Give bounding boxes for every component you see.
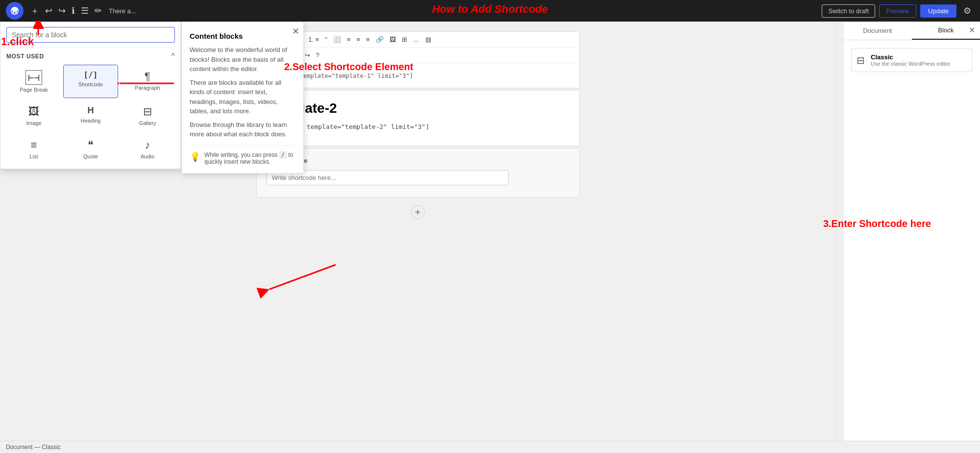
- list-view-btn[interactable]: ☰: [78, 2, 92, 19]
- audio-icon: ♪: [145, 139, 150, 151]
- page-break-icon: ⊢⊣: [25, 70, 42, 85]
- block-item-shortcode[interactable]: [/] Shortcode: [63, 65, 118, 98]
- undo-btn[interactable]: ↩: [42, 2, 55, 19]
- edit-btn[interactable]: ✏: [92, 2, 105, 19]
- editor-scrollbar[interactable]: [835, 22, 843, 453]
- shortcode-block[interactable]: [/] Shortcode: [256, 148, 580, 198]
- lightbulb-icon: 💡: [190, 151, 200, 162]
- top-toolbar: ＋ ↩ ↪ ℹ ☰ ✏ There a... How to Add Shortc…: [0, 0, 980, 22]
- content-blocks-para1: Welcome to the wonderful world of blocks…: [190, 45, 295, 74]
- block-item-list[interactable]: ≡ List: [6, 133, 61, 165]
- sidebar-close-btn[interactable]: ✕: [969, 25, 975, 35]
- classic-name: Classic: [871, 53, 951, 61]
- content-blocks-para2: There are blocks available for all kinds…: [190, 78, 295, 116]
- block-item-audio[interactable]: ♪ Audio: [120, 133, 175, 165]
- block-label-gallery: Gallery: [139, 120, 156, 126]
- arrow-step3: [240, 260, 338, 299]
- svg-line-2: [270, 265, 336, 289]
- tip-text: While writing, you can press / to quickl…: [204, 151, 295, 165]
- block-item-quote[interactable]: ❝ Quote: [63, 133, 118, 165]
- update-btn[interactable]: Update: [920, 4, 956, 18]
- content-blocks-title: Content blocks: [190, 32, 295, 40]
- most-used-section: Most used ^ ⊢⊣ Page Break [/] Shortcode …: [0, 48, 181, 169]
- status-bar: Document — Classic: [0, 441, 980, 453]
- block-item-gallery[interactable]: ⊟ Gallery: [120, 100, 175, 131]
- format-blockquote[interactable]: ": [322, 34, 330, 45]
- content-blocks-para3: Browse through the library to learn more…: [190, 120, 295, 139]
- template-title: template-2: [269, 101, 567, 116]
- gallery-icon: ⊟: [143, 105, 152, 118]
- block-label-quote: Quote: [83, 153, 98, 159]
- block-item-page-break[interactable]: ⊢⊣ Page Break: [6, 65, 61, 98]
- block-label-page-break: Page Break: [20, 87, 48, 93]
- classic-block-info: Classic Use the classic WordPress editor…: [871, 53, 951, 67]
- toolbar-title: There a...: [109, 7, 136, 15]
- list-icon: ≡: [31, 139, 37, 151]
- format-align-center[interactable]: ≡: [344, 34, 353, 45]
- switch-draft-btn[interactable]: Switch to draft: [822, 4, 875, 18]
- format-image[interactable]: 🖼: [387, 34, 398, 45]
- add-block-inline-btn[interactable]: +: [411, 205, 425, 219]
- classic-block-icon: ⊟: [857, 54, 865, 66]
- block-label-audio: Audio: [141, 153, 154, 159]
- format-align-justify[interactable]: ≡: [364, 34, 372, 45]
- format-more[interactable]: …: [411, 34, 422, 45]
- classic-desc: Use the classic WordPress editor.: [871, 61, 951, 67]
- sidebar-content: ⊟ Classic Use the classic WordPress edit…: [843, 40, 980, 80]
- block-item-heading[interactable]: H Heading: [63, 100, 118, 131]
- format-align-right[interactable]: ≡: [354, 34, 363, 45]
- sidebar-tabs: Document Block ✕: [843, 22, 980, 40]
- settings-btn[interactable]: ⚙: [960, 2, 974, 19]
- block-label-list: List: [29, 153, 38, 159]
- content-blocks-panel: ✕ Content blocks Welcome to the wonderfu…: [181, 22, 304, 174]
- classic-block-selector[interactable]: ⊟ Classic Use the classic WordPress edit…: [851, 48, 972, 72]
- content-blocks-tip: 💡 While writing, you can press / to quic…: [190, 145, 295, 165]
- format-link[interactable]: 🔗: [373, 34, 386, 45]
- preview-btn[interactable]: Preview: [879, 4, 916, 18]
- annotation-step1: 1.click: [1, 35, 34, 48]
- template-block[interactable]: template-2 [rts-grid template="template-…: [256, 90, 580, 146]
- page-annotation-title: How to Add Shortcode: [432, 3, 548, 16]
- shortcode-icon: [/]: [84, 70, 98, 79]
- block-item-image[interactable]: 🖼 Image: [6, 100, 61, 131]
- tab-document[interactable]: Document: [843, 22, 912, 40]
- shortcode-header: [/] Shortcode: [267, 156, 569, 164]
- arrow-step2: [118, 76, 176, 91]
- classic-toolbar-1: ¶▼ B I • ≡ 1. ≡ " ⬜ ≡ ≡ ≡ 🔗 🖼 ⊞ … ▤: [257, 32, 579, 48]
- classic-block: ¶▼ B I • ≡ 1. ≡ " ⬜ ≡ ≡ ≡ 🔗 🖼 ⊞ … ▤: [256, 31, 580, 88]
- block-label-heading: Heading: [81, 118, 101, 124]
- editor-content: ¶▼ B I • ≡ 1. ≡ " ⬜ ≡ ≡ ≡ 🔗 🖼 ⊞ … ▤: [256, 31, 580, 227]
- format-numbered[interactable]: 1. ≡: [306, 34, 321, 45]
- format-table[interactable]: ⊞: [399, 34, 410, 45]
- info-btn[interactable]: ℹ: [69, 2, 78, 19]
- collapse-section-btn[interactable]: ^: [171, 52, 175, 61]
- block-label-image: Image: [26, 120, 42, 126]
- format-help[interactable]: ?: [314, 50, 322, 61]
- quote-icon: ❝: [88, 139, 94, 151]
- arrow-step1: [33, 21, 63, 38]
- image-icon: 🖼: [28, 105, 39, 118]
- add-block-toolbar-btn[interactable]: ＋: [27, 2, 42, 20]
- wp-logo[interactable]: [6, 2, 24, 20]
- block-label-shortcode: Shortcode: [78, 81, 103, 87]
- annotation-step3: 3.Enter Shortcode here: [823, 218, 931, 229]
- annotation-step2: 2.Select Shortcode Element: [284, 61, 413, 73]
- format-kitchensink[interactable]: ▤: [423, 34, 434, 45]
- toolbar-right: Switch to draft Preview Update ⚙: [822, 2, 974, 19]
- redo-btn[interactable]: ↪: [55, 2, 69, 19]
- heading-icon: H: [88, 105, 94, 116]
- content-blocks-close-btn[interactable]: ✕: [292, 26, 299, 37]
- right-sidebar: Document Block ✕ ⊟ Classic Use the class…: [843, 22, 980, 453]
- format-align-left[interactable]: ⬜: [331, 34, 343, 45]
- status-text: Document — Classic: [6, 444, 61, 451]
- most-used-title: Most used: [6, 53, 44, 60]
